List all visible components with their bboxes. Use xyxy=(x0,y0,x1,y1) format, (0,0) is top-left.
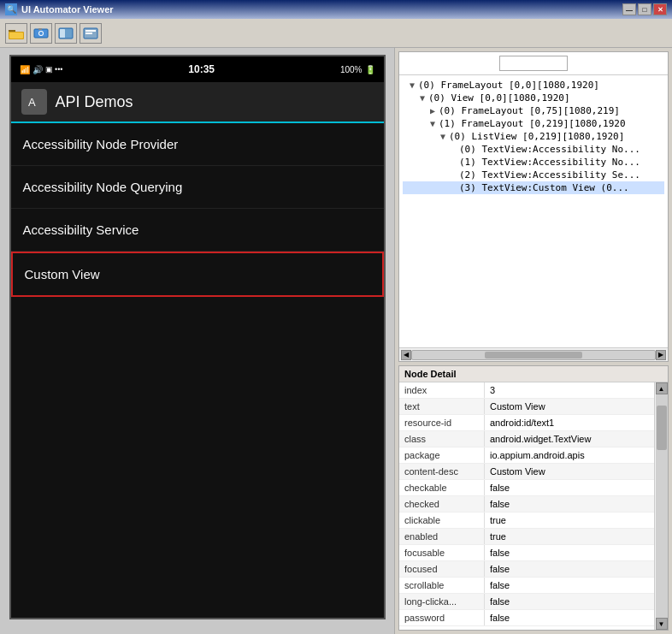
menu-item-accessibility-provider[interactable]: Accessibility Node Provider xyxy=(11,123,384,166)
detail-value: android.widget.TextView xyxy=(485,431,654,447)
detail-row: checked false xyxy=(399,496,654,513)
detail-value: Custom View xyxy=(485,464,654,479)
scroll-right-btn[interactable]: ▶ xyxy=(656,350,666,360)
tree-node-listview[interactable]: ▼ (0) ListView [0,219][1080,1920] xyxy=(403,130,664,143)
menu-item-custom-view[interactable]: Custom View xyxy=(11,252,384,297)
h-scrollbar-thumb xyxy=(485,352,582,358)
detail-key: focused xyxy=(399,561,485,577)
tree-node-framelayout-1[interactable]: ▼ (1) FrameLayout [0,219][1080,1920 xyxy=(403,117,664,130)
status-battery: 100% 🔋 xyxy=(340,65,375,74)
detail-value: 3 xyxy=(485,382,654,398)
vertical-scrollbar[interactable]: ▲ ▼ xyxy=(654,382,668,630)
detail-value: false xyxy=(485,561,654,577)
detail-value: io.appium.android.apis xyxy=(485,447,654,463)
tree-expander xyxy=(451,145,459,154)
tree-expander xyxy=(451,170,459,180)
detail-key: package xyxy=(399,447,485,463)
detail-row: package io.appium.android.apis xyxy=(399,447,654,464)
tree-node-textview-1[interactable]: (1) TextView:Accessibility No... xyxy=(403,156,664,169)
app-header: A API Demos xyxy=(11,82,384,123)
tree-expander xyxy=(451,183,459,193)
detail-row: password false xyxy=(399,610,654,626)
search-bar xyxy=(399,52,668,75)
status-extras: ▣ ••• xyxy=(45,65,63,74)
detail-key: password xyxy=(399,610,485,625)
detail-key: class xyxy=(399,431,485,447)
svg-rect-10 xyxy=(85,30,96,32)
detail-key: index xyxy=(399,382,485,398)
detail-row: focused false xyxy=(399,561,654,578)
title-bar: 🔍 UI Automator Viewer — □ ✕ xyxy=(0,0,672,19)
detail-row: index 3 xyxy=(399,382,654,399)
scroll-down-btn[interactable]: ▼ xyxy=(656,618,668,630)
app-icon: 🔍 xyxy=(5,3,17,15)
search-input[interactable] xyxy=(499,56,568,71)
scroll-up-btn[interactable]: ▲ xyxy=(656,382,668,394)
tree-node-view[interactable]: ▼ (0) View [0,0][1080,1920] xyxy=(403,92,664,104)
screenshot-button[interactable] xyxy=(30,23,52,44)
scroll-left-btn[interactable]: ◀ xyxy=(401,350,411,360)
open-button[interactable] xyxy=(5,23,27,44)
window-controls: — □ ✕ xyxy=(622,3,667,15)
maximize-button[interactable]: □ xyxy=(638,3,651,15)
menu-list: Accessibility Node Provider Accessibilit… xyxy=(11,123,384,618)
svg-rect-8 xyxy=(60,29,65,38)
tree-node-textview-0[interactable]: (0) TextView:Accessibility No... xyxy=(403,143,664,156)
svg-rect-6 xyxy=(38,28,42,30)
h-scrollbar-track[interactable] xyxy=(411,350,656,360)
menu-item-label: Accessibility Node Provider xyxy=(23,137,179,151)
detail-value: false xyxy=(485,594,654,609)
tree-node-framelayout-root[interactable]: ▼ (0) FrameLayout [0,0][1080,1920] xyxy=(403,79,664,92)
tree-horizontal-scrollbar[interactable]: ◀ ▶ xyxy=(399,347,668,361)
status-bar: 📶 🔊 ▣ ••• 10:35 100% 🔋 xyxy=(11,56,384,82)
v-scrollbar-thumb xyxy=(657,406,667,450)
detail-key: checked xyxy=(399,496,485,512)
screenshot-icon xyxy=(33,27,49,39)
battery-icon: 🔋 xyxy=(365,65,375,74)
detail-key: content-desc xyxy=(399,464,485,479)
tree-expander: ▼ xyxy=(410,80,418,90)
node-detail-table: index 3 text Custom View resource-id and… xyxy=(399,382,654,630)
node-detail-body: index 3 text Custom View resource-id and… xyxy=(399,382,668,630)
tree-node-textview-3[interactable]: (3) TextView:Custom View (0... xyxy=(403,181,664,194)
detail-key: checkable xyxy=(399,480,485,495)
device-panel: 📶 🔊 ▣ ••• 10:35 100% 🔋 A API xyxy=(0,48,395,634)
app-logo: A xyxy=(21,89,47,115)
detail-value: false xyxy=(485,496,654,512)
app-title-label: API Demos xyxy=(56,93,133,111)
tree-node-framelayout-0[interactable]: ▶ (0) FrameLayout [0,75][1080,219] xyxy=(403,104,664,117)
detail-row: focusable false xyxy=(399,545,654,561)
svg-rect-0 xyxy=(9,30,15,32)
tree-panel: ▼ (0) FrameLayout [0,0][1080,1920] ▼ (0)… xyxy=(398,51,669,362)
svg-rect-2 xyxy=(9,33,23,39)
tree-node-textview-2[interactable]: (2) TextView:Accessibility Se... xyxy=(403,169,664,181)
detail-key: text xyxy=(399,399,485,414)
status-signal: 📶 xyxy=(20,65,30,74)
battery-percent: 100% xyxy=(340,65,363,74)
compact-button[interactable] xyxy=(80,23,102,44)
minimize-button[interactable]: — xyxy=(622,3,636,15)
right-panel: ▼ (0) FrameLayout [0,0][1080,1920] ▼ (0)… xyxy=(395,48,672,634)
tree-expander: ▼ xyxy=(430,119,439,128)
detail-key: focusable xyxy=(399,545,485,560)
toggle-button[interactable] xyxy=(55,23,77,44)
main-content: 📶 🔊 ▣ ••• 10:35 100% 🔋 A API xyxy=(0,48,672,634)
app-title: UI Automator Viewer xyxy=(21,4,114,15)
tree-expander xyxy=(451,157,459,167)
detail-value: false xyxy=(485,480,654,495)
detail-value: true xyxy=(485,529,654,544)
detail-value: false xyxy=(485,545,654,560)
tree-node-label: (0) FrameLayout [0,75][1080,219] xyxy=(439,105,620,116)
svg-point-5 xyxy=(39,32,43,35)
device-screen: 📶 🔊 ▣ ••• 10:35 100% 🔋 A API xyxy=(9,55,386,619)
v-scrollbar-track[interactable] xyxy=(656,394,668,618)
detail-value: android:id/text1 xyxy=(485,415,654,430)
detail-key: scrollable xyxy=(399,578,485,593)
menu-item-accessibility-service[interactable]: Accessibility Service xyxy=(11,209,384,252)
tree-node-label: (1) TextView:Accessibility No... xyxy=(459,157,640,168)
tree-node-label: (0) View [0,0][1080,1920] xyxy=(428,92,570,104)
tree-node-label: (2) TextView:Accessibility Se... xyxy=(459,169,640,181)
menu-item-accessibility-querying[interactable]: Accessibility Node Querying xyxy=(11,166,384,209)
close-button[interactable]: ✕ xyxy=(653,3,667,15)
status-time: 10:35 xyxy=(62,63,339,75)
